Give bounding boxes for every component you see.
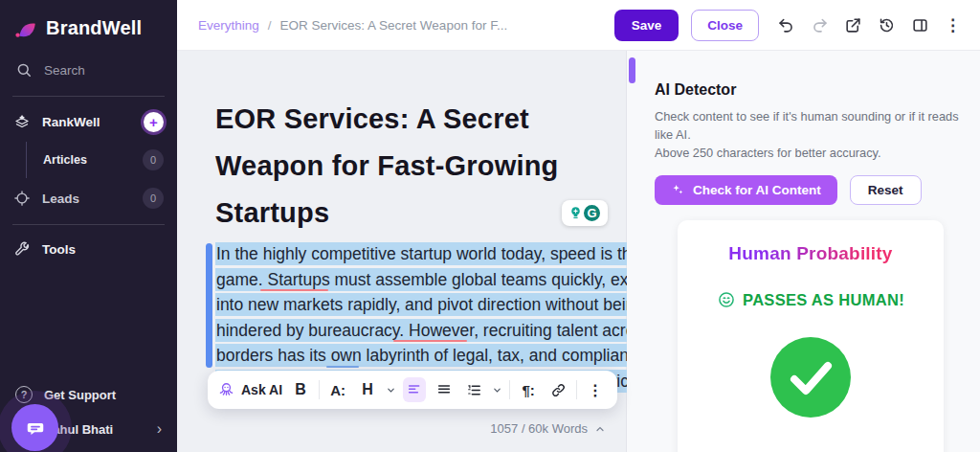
- undo-icon: [777, 16, 795, 34]
- document-title[interactable]: EOR Services: A Secret Weapon for Fast-G…: [215, 96, 610, 237]
- insert-link-button[interactable]: [546, 377, 569, 402]
- justify-icon: [436, 382, 452, 397]
- wrench-icon: [13, 240, 31, 258]
- smiley-icon: [717, 290, 736, 309]
- align-left-icon: [407, 382, 422, 397]
- result-check-wrap: [693, 335, 928, 419]
- save-button[interactable]: Save: [614, 10, 679, 41]
- header-actions: Save Close: [614, 10, 963, 41]
- ordered-list-icon: [466, 382, 482, 398]
- ordered-list-button[interactable]: [462, 377, 485, 402]
- spellcheck-underline: [393, 340, 467, 342]
- ai-panel-content: AI Detector Check content to see if it's…: [627, 51, 980, 452]
- bold-button[interactable]: B: [289, 377, 312, 402]
- selection-bar: [206, 243, 212, 368]
- breadcrumb-everything-link[interactable]: Everything: [198, 18, 259, 33]
- reset-button[interactable]: Reset: [850, 175, 922, 205]
- check-circle-icon: [768, 335, 853, 419]
- split-panel-icon: [911, 16, 929, 34]
- close-button[interactable]: Close: [691, 10, 759, 41]
- leads-count-badge: 0: [143, 188, 164, 209]
- ai-detector-panel: AI Detector Check content to see if it's…: [627, 51, 980, 452]
- check-ai-content-button[interactable]: Check for AI Content: [655, 175, 837, 205]
- top-header: Everything / EOR Services: A Secret Weap…: [177, 0, 980, 51]
- ai-detector-description: Check content to see if it's human sound…: [655, 107, 961, 162]
- toolbar-more-button[interactable]: ⋮: [584, 377, 607, 402]
- brand-name: BrandWell: [46, 17, 142, 39]
- ai-detector-title: AI Detector: [655, 81, 961, 99]
- paragraph-line: into new markets rapidly, and pivot dire…: [215, 292, 610, 318]
- toolbar-divider: [509, 380, 510, 399]
- brand-logo[interactable]: BrandWell: [0, 0, 177, 50]
- list-chevron-icon[interactable]: [492, 385, 502, 396]
- articles-count-badge: 0: [143, 149, 164, 170]
- history-button[interactable]: [876, 14, 897, 35]
- app-root: BrandWell Search RankWell + Articles 0: [0, 0, 980, 452]
- human-probability-card: Human Probability PASSES AS HUMAN!: [678, 220, 944, 452]
- panel-scrollbar-thumb[interactable]: [629, 57, 635, 83]
- pass-status-label: PASSES AS HUMAN!: [743, 291, 904, 309]
- search-icon: [15, 61, 33, 79]
- sidebar-item-label: Tools: [42, 242, 76, 257]
- pass-status: PASSES AS HUMAN!: [693, 290, 928, 309]
- search-label: Search: [44, 63, 85, 78]
- check-ai-label: Check for AI Content: [693, 183, 821, 197]
- redo-icon: [811, 16, 829, 34]
- ai-detector-actions: Check for AI Content Reset: [655, 175, 961, 205]
- octopus-icon: [217, 381, 235, 399]
- sidebar-item-rankwell[interactable]: RankWell +: [0, 102, 177, 142]
- chat-icon: [25, 418, 46, 439]
- breadcrumb-current: EOR Services: A Secret Weapon for F...: [280, 18, 508, 33]
- editor-area: EOR Services: A Secret Weapon for Fast-G…: [177, 51, 627, 452]
- sidebar-item-tools[interactable]: Tools: [0, 231, 177, 267]
- document-column: EOR Services: A Secret Weapon for Fast-G…: [215, 96, 610, 394]
- word-count-toggle[interactable]: 1057 / 60k Words: [490, 421, 606, 436]
- sidebar-divider: [12, 224, 165, 225]
- sidebar-item-label: Articles: [43, 153, 87, 167]
- chat-widget-button[interactable]: [11, 404, 58, 451]
- sidebar-item-leads[interactable]: Leads 0: [0, 178, 177, 218]
- ask-ai-label: Ask AI: [241, 382, 282, 397]
- paragraph-format-button[interactable]: ¶:: [517, 377, 540, 402]
- justify-button[interactable]: [433, 377, 456, 402]
- sidebar-search[interactable]: Search: [0, 50, 177, 90]
- layers-icon: [13, 114, 31, 131]
- toolbar-divider: [319, 380, 320, 399]
- main-area: Everything / EOR Services: A Secret Weap…: [177, 0, 980, 452]
- grammarly-g-icon: G: [582, 203, 602, 223]
- toolbar-divider: [576, 380, 577, 399]
- ask-ai-button[interactable]: Ask AI: [217, 381, 282, 399]
- undo-button[interactable]: [775, 14, 796, 35]
- font-style-button[interactable]: A:: [326, 377, 349, 402]
- content-row: EOR Services: A Secret Weapon for Fast-G…: [177, 51, 980, 452]
- header-more-button[interactable]: ⋮: [943, 15, 963, 35]
- human-probability-heading: Human Probability: [728, 243, 892, 264]
- history-clock-icon: [878, 16, 896, 34]
- grammarly-widget[interactable]: G: [562, 200, 608, 226]
- align-left-button[interactable]: [403, 377, 426, 402]
- open-external-button[interactable]: [842, 14, 863, 35]
- heading-button[interactable]: H: [356, 377, 379, 402]
- sidebar-item-label: Leads: [42, 192, 79, 206]
- sidebar: BrandWell Search RankWell + Articles 0: [0, 0, 177, 452]
- toggle-panel-button[interactable]: [909, 14, 930, 35]
- grammar-underline: [326, 366, 359, 368]
- brandwell-logo-icon: [13, 15, 38, 40]
- chevron-up-icon: [594, 423, 606, 435]
- add-article-button[interactable]: +: [144, 112, 164, 132]
- redo-button[interactable]: [809, 14, 830, 35]
- chevron-right-icon: ›: [157, 420, 162, 438]
- breadcrumb-separator: /: [268, 18, 272, 33]
- sidebar-item-articles[interactable]: Articles 0: [27, 142, 177, 178]
- sparkles-icon: [671, 183, 685, 197]
- paragraph-line: In the highly competitive startup world …: [215, 241, 610, 267]
- target-icon: [13, 190, 31, 207]
- sidebar-item-label: RankWell: [42, 115, 100, 129]
- rankwell-sublist: Articles 0: [26, 142, 177, 178]
- format-toolbar: Ask AI B A: H: [208, 371, 617, 409]
- heading-chevron-icon[interactable]: [386, 385, 396, 396]
- breadcrumb: Everything / EOR Services: A Secret Weap…: [198, 18, 507, 33]
- link-icon: [550, 382, 567, 398]
- paragraph-line: borders has its own labyrinth of legal, …: [215, 343, 610, 369]
- word-count-label: 1057 / 60k Words: [490, 421, 588, 436]
